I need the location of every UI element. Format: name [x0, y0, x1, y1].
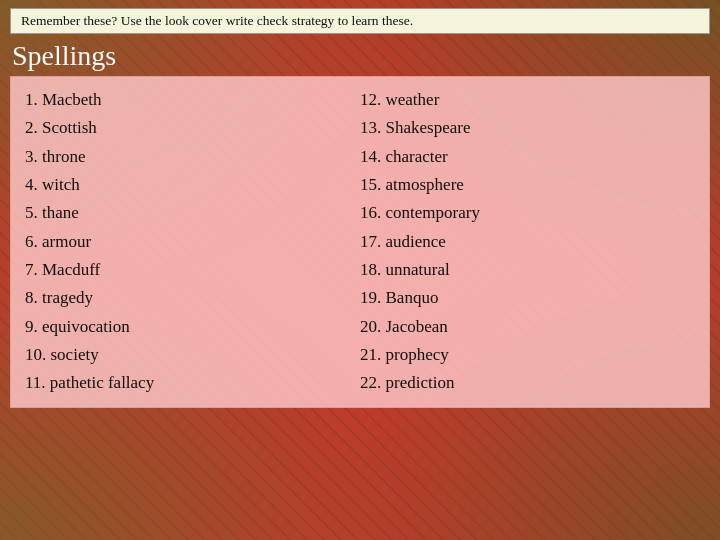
spellings-heading: Spellings [10, 40, 710, 72]
notice-bar: Remember these? Use the look cover write… [10, 8, 710, 34]
list-item: 9. equivocation [25, 314, 360, 340]
list-item: 11. pathetic fallacy [25, 370, 360, 396]
list-item: 7. Macduff [25, 257, 360, 283]
list-item: 16. contemporary [360, 200, 695, 226]
list-item: 4. witch [25, 172, 360, 198]
page-container: Remember these? Use the look cover write… [0, 0, 720, 540]
list-item: 13. Shakespeare [360, 115, 695, 141]
list-item: 2. Scottish [25, 115, 360, 141]
list-item: 19. Banquo [360, 285, 695, 311]
notice-text: Remember these? Use the look cover write… [21, 13, 413, 28]
list-item: 22. prediction [360, 370, 695, 396]
list-item: 21. prophecy [360, 342, 695, 368]
list-item: 1. Macbeth [25, 87, 360, 113]
list-item: 6. armour [25, 229, 360, 255]
spellings-box: 1. Macbeth2. Scottish3. throne4. witch5.… [10, 76, 710, 408]
list-item: 12. weather [360, 87, 695, 113]
column-left: 1. Macbeth2. Scottish3. throne4. witch5.… [25, 87, 360, 397]
list-item: 18. unnatural [360, 257, 695, 283]
list-item: 14. character [360, 144, 695, 170]
list-item: 8. tragedy [25, 285, 360, 311]
list-item: 10. society [25, 342, 360, 368]
list-item: 17. audience [360, 229, 695, 255]
list-item: 5. thane [25, 200, 360, 226]
column-right: 12. weather13. Shakespeare14. character1… [360, 87, 695, 397]
list-item: 15. atmosphere [360, 172, 695, 198]
list-item: 20. Jacobean [360, 314, 695, 340]
list-item: 3. throne [25, 144, 360, 170]
